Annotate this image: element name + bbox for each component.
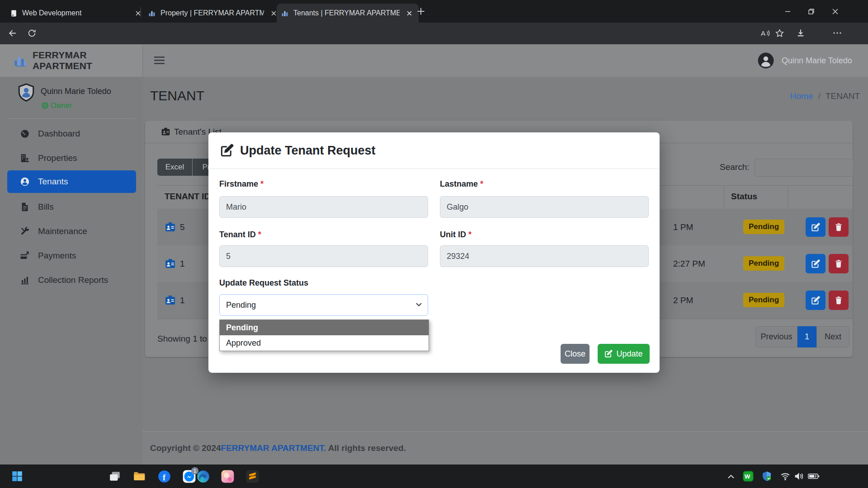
tab-close-icon[interactable] [133,8,143,18]
brand-link[interactable]: FERRYMAR APARTMENT [0,44,143,77]
game-app-icon[interactable] [221,469,234,483]
app-header: FERRYMAR APARTMENT Quinn Marie Toledo [0,44,868,77]
edit-row-button[interactable] [806,254,826,273]
pagination-page-1-button[interactable]: 1 [797,326,816,347]
volume-icon[interactable] [792,469,806,483]
browser-toolbar: localhost/apartment/owner/tenant.php A [0,23,868,44]
status-select[interactable]: Pending [219,294,428,316]
sidebar-item-tenants-active[interactable]: Tenants [7,170,136,193]
facebook-icon[interactable]: f [157,469,171,483]
pagination-next-button[interactable]: Next [816,326,849,347]
edit-row-button[interactable] [806,217,826,237]
footer-brand-link[interactable]: FERRYMAR APARTMENT. [221,443,326,453]
tenant-id-card-icon [165,221,176,233]
status-dropdown-panel: Pending Approved [219,319,429,351]
update-button[interactable]: Update [598,344,650,364]
file-invoice-icon [20,202,30,212]
firstname-field[interactable]: Mario [219,196,428,218]
task-view-icon[interactable] [108,469,122,483]
sidebar-item-maintenance[interactable]: Maintenance [0,219,142,244]
window-close-button[interactable] [825,0,845,23]
tray-chevron-up-icon[interactable] [724,469,738,483]
tenant-id-field[interactable]: 5 [219,245,428,267]
search-label: Search: [720,162,749,172]
modal-header: Update Tenant Request [208,132,660,169]
status-select-value: Pending [226,300,256,310]
new-tab-button[interactable] [416,6,426,16]
brand-logo-icon [14,54,27,67]
option-pending[interactable]: Pending [220,320,429,335]
sidebar-item-properties[interactable]: Properties [0,146,142,170]
back-icon[interactable] [7,28,17,38]
unit-id-field[interactable]: 29324 [440,245,649,267]
header-user-avatar-icon[interactable] [757,52,774,69]
tenant-id-card-icon [165,295,176,306]
delete-row-button[interactable] [829,217,849,237]
favorite-star-icon[interactable] [775,29,784,38]
user-shield-icon [17,83,36,102]
table-info-text: Showing 1 to [157,334,207,344]
cell-date-fragment: 1 PM [673,209,693,245]
tools-icon [20,226,30,236]
messenger-icon[interactable]: 1 [182,469,196,483]
downloads-icon[interactable] [796,28,805,38]
cell-tenant-id: 1 [180,282,185,319]
close-button[interactable]: Close [561,344,590,364]
column-header-status[interactable]: Status [731,192,757,202]
refresh-icon[interactable] [27,28,37,38]
edge-browser-icon[interactable] [196,469,210,483]
status-badge: Pending [743,220,784,234]
status-badge: Pending [743,293,784,307]
lastname-field[interactable]: Galgo [440,196,649,218]
browser-tab-property[interactable]: Property | FERRYMAR APARTMENT [144,4,283,23]
column-header-tenant-id[interactable]: TENANT ID [165,192,210,202]
pagination-previous-button[interactable]: Previous [755,326,797,347]
sublime-text-icon[interactable] [245,469,259,483]
tab-close-icon[interactable] [404,8,414,18]
window-restore-button[interactable] [801,0,821,23]
sidebar: Quinn Marie Toledo Owner Dashboard Prope… [0,77,143,465]
option-approved[interactable]: Approved [220,335,429,351]
delete-row-button[interactable] [829,291,849,310]
browser-tab-tenants-active[interactable]: Tenants | FERRYMAR APARTMENT [277,4,419,23]
edit-row-button[interactable] [806,291,826,310]
svg-text:W: W [745,473,750,480]
wamp-server-icon[interactable]: W [741,469,755,483]
start-button-icon[interactable] [10,469,24,483]
delete-row-button[interactable] [829,254,849,273]
sidebar-item-collection-reports[interactable]: Collection Reports [0,268,142,292]
app-footer: Copyright © 2024 FERRYMAR APARTMENT. All… [142,431,868,465]
breadcrumb-separator: / [818,91,821,101]
read-aloud-icon[interactable]: A [760,29,770,38]
breadcrumb-home-link[interactable]: Home [790,91,813,101]
building-icon [20,153,30,163]
tenant-id-label: Tenant ID * [219,230,261,239]
search-input[interactable] [755,159,854,177]
breadcrumb-current: TENANT [826,91,860,101]
svg-text:f: f [162,473,165,482]
export-excel-button[interactable]: Excel [157,159,192,176]
modal-title: Update Tenant Request [240,144,376,158]
tab-title: Property | FERRYMAR APARTMENT [160,9,264,17]
document-icon [10,9,18,17]
sidebar-item-bills[interactable]: Bills [0,195,142,219]
edit-pencil-square-icon [604,350,613,358]
tenant-id-card-icon [165,258,176,269]
sidebar-item-payments[interactable]: Payments [0,244,142,268]
edit-pencil-square-icon [220,144,234,157]
windows-security-shield-icon[interactable] [760,469,774,483]
browser-tab-web-development[interactable]: Web Development [5,4,147,23]
cell-tenant-id: 5 [180,209,185,245]
sidebar-item-dashboard[interactable]: Dashboard [0,122,142,146]
header-user-name[interactable]: Quinn Marie Toledo [782,44,852,77]
gauge-icon [20,129,30,139]
file-explorer-icon[interactable] [132,469,146,483]
wifi-icon[interactable] [778,469,792,483]
browser-menu-icon[interactable] [833,31,842,35]
window-minimize-button[interactable] [777,0,798,23]
sidebar-divider [8,118,135,119]
chart-favicon [148,9,156,17]
battery-icon[interactable] [807,469,821,483]
sidebar-toggle-hamburger-icon[interactable] [154,56,165,65]
tab-title: Tenants | FERRYMAR APARTMENT [293,9,400,17]
